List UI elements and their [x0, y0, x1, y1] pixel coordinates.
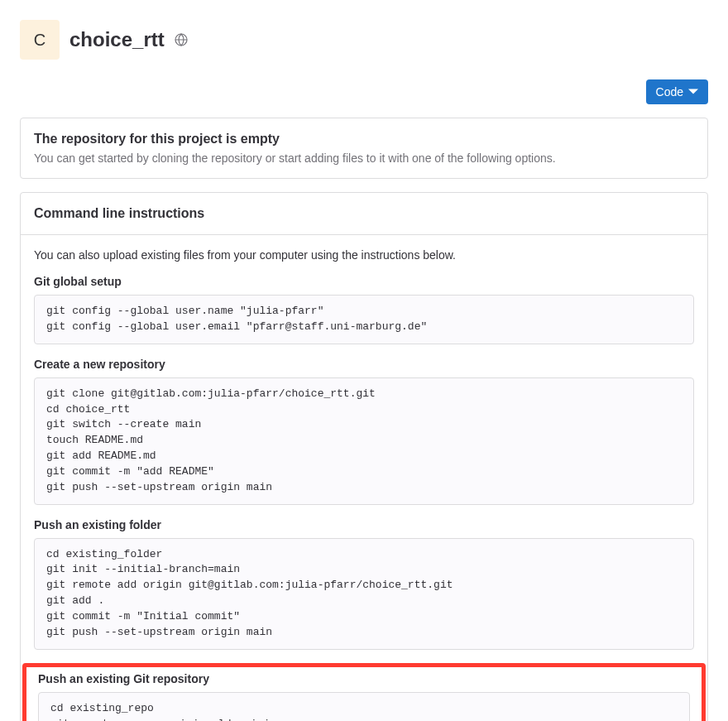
empty-repo-text: You can get started by cloning the repos… — [34, 151, 694, 165]
code-block-git-setup: git config --global user.name "julia-pfa… — [34, 295, 694, 344]
instructions-header: Command line instructions — [21, 193, 707, 235]
repo-avatar: C — [20, 20, 60, 60]
code-block-push-existing: cd existing_repo git remote rename origi… — [38, 692, 690, 721]
code-block-create-repo: git clone git@gitlab.com:julia-pfarr/cho… — [34, 377, 694, 505]
section-title-create-repo: Create a new repository — [34, 358, 694, 371]
actions-row: Code — [20, 79, 708, 104]
empty-repo-panel: The repository for this project is empty… — [20, 118, 708, 179]
section-title-push-existing: Push an existing Git repository — [38, 672, 690, 685]
instructions-panel: Command line instructions You can also u… — [20, 192, 708, 721]
instructions-title: Command line instructions — [34, 206, 694, 221]
chevron-down-icon — [688, 87, 698, 97]
section-title-push-folder: Push an existing folder — [34, 518, 694, 531]
code-block-push-folder: cd existing_folder git init --initial-br… — [34, 538, 694, 650]
code-button-label: Code — [656, 85, 683, 99]
section-title-git-setup: Git global setup — [34, 275, 694, 288]
visibility-icon — [175, 33, 188, 46]
repo-header: C choice_rtt — [20, 20, 708, 60]
instructions-intro: You can also upload existing files from … — [34, 248, 694, 262]
code-button[interactable]: Code — [646, 79, 708, 104]
empty-repo-title: The repository for this project is empty — [34, 132, 694, 147]
highlighted-push-existing: Push an existing Git repository cd exist… — [22, 663, 706, 721]
repo-title: choice_rtt — [69, 28, 165, 51]
instructions-body: You can also upload existing files from … — [21, 235, 707, 721]
